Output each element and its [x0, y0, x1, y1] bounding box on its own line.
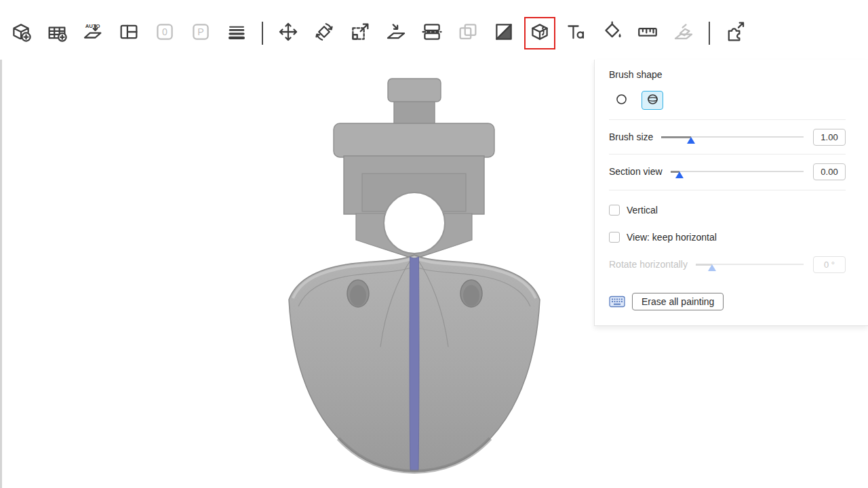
- panel-divider: [609, 154, 846, 155]
- toolbar-separator: [262, 22, 263, 45]
- support-painting-icon: [492, 20, 515, 46]
- keep-horizontal-checkbox-label: View: keep horizontal: [627, 232, 717, 243]
- slider-thumb[interactable]: [675, 171, 684, 178]
- keyboard-shortcuts-icon[interactable]: [609, 296, 625, 308]
- erase-all-painting-button[interactable]: Erase all painting: [632, 293, 724, 310]
- cut-icon: [420, 20, 443, 46]
- section-view-slider[interactable]: [671, 165, 804, 178]
- rotate-horizontally-label: Rotate horizontally: [609, 259, 688, 270]
- tool-cut-button[interactable]: [419, 20, 445, 47]
- benchy-model[interactable]: [283, 75, 548, 479]
- brush-size-label: Brush size: [609, 131, 653, 142]
- benchy-roof: [334, 123, 494, 157]
- section-view-label: Section view: [609, 166, 663, 177]
- keep-horizontal-checkbox-row: View: keep horizontal: [609, 231, 846, 243]
- brush-size-slider[interactable]: [661, 131, 804, 143]
- panel-divider: [609, 190, 846, 190]
- brush-shape-option-circle-brush[interactable]: [610, 91, 632, 110]
- tool-support-painting-button[interactable]: [491, 20, 517, 47]
- tool-split-to-objects-button: 0: [152, 20, 178, 47]
- seam-painting-panel: Brush shape Brush size 1.00 Section view…: [594, 60, 868, 326]
- split-to-parts-icon: P: [189, 20, 212, 46]
- tool-add-plate-button[interactable]: [44, 20, 70, 47]
- panel-divider: [609, 119, 846, 120]
- vertical-checkbox-row: Vertical: [609, 204, 846, 216]
- erase-row: Erase all painting: [609, 292, 846, 311]
- tool-text-button[interactable]: [563, 20, 589, 47]
- vertical-checkbox[interactable]: [609, 205, 620, 216]
- seam-painting-icon: [528, 20, 551, 46]
- tool-move-button[interactable]: [275, 20, 301, 47]
- color-painting-icon: [600, 20, 623, 46]
- top-toolbar: AUTO0P: [0, 0, 868, 60]
- svg-text:0: 0: [162, 26, 167, 37]
- split-to-objects-icon: 0: [153, 20, 176, 46]
- slider-thumb[interactable]: [687, 137, 695, 144]
- tool-arrange-button[interactable]: [116, 20, 142, 47]
- tool-scale-button[interactable]: [347, 20, 373, 47]
- rotate-horizontally-slider: [696, 258, 804, 270]
- sphere-brush-icon: [646, 92, 660, 108]
- measure-icon: [636, 20, 659, 46]
- brush-shape-row: Brush shape: [609, 69, 846, 80]
- tool-auto-orient-button[interactable]: AUTO: [80, 20, 106, 47]
- brush-size-value[interactable]: 1.00: [813, 129, 846, 146]
- add-model-icon: [9, 20, 33, 46]
- benchy-porthole-left-inner: [350, 285, 366, 306]
- add-plate-icon: [45, 20, 68, 46]
- section-view-value[interactable]: 0.00: [813, 163, 846, 180]
- tool-variable-layer-height-button[interactable]: [224, 20, 250, 47]
- svg-text:P: P: [197, 26, 203, 37]
- arrange-icon: [117, 20, 140, 46]
- brush-shape-option-sphere-brush[interactable]: [642, 91, 663, 110]
- assembly-view-icon: [724, 20, 747, 46]
- move-icon: [277, 20, 300, 46]
- benchy-chimney-cap: [388, 79, 441, 102]
- text-icon: [564, 20, 587, 46]
- brush-shape-label: Brush shape: [609, 69, 663, 80]
- slider-thumb: [708, 264, 716, 271]
- vertical-checkbox-label: Vertical: [627, 205, 658, 216]
- rotate-horizontally-value: 0 °: [813, 256, 846, 273]
- slider-track: [671, 171, 804, 172]
- tool-color-painting-button[interactable]: [599, 20, 625, 47]
- circle-brush-icon: [614, 92, 629, 108]
- rotate-icon: [313, 20, 336, 46]
- toolbar-separator: [709, 22, 710, 45]
- tool-emboss-button: [671, 20, 696, 47]
- tool-add-model-button[interactable]: [8, 20, 34, 47]
- brush-size-row: Brush size 1.00: [609, 128, 846, 146]
- tool-mesh-boolean-button: [455, 20, 481, 47]
- benchy-seam-stripe: [410, 257, 419, 470]
- lay-on-face-icon: [384, 20, 408, 46]
- tool-split-to-parts-button: P: [188, 20, 214, 47]
- variable-layer-height-icon: [225, 20, 248, 46]
- tool-seam-painting-button[interactable]: [527, 20, 553, 47]
- tool-measure-button[interactable]: [635, 20, 660, 47]
- scale-icon: [349, 20, 372, 46]
- brush-shape-options: [610, 91, 846, 110]
- section-view-row: Section view 0.00: [609, 163, 846, 180]
- rotate-horizontally-row: Rotate horizontally 0 °: [609, 256, 846, 273]
- tool-rotate-button[interactable]: [311, 20, 337, 47]
- keep-horizontal-checkbox[interactable]: [609, 232, 620, 243]
- benchy-porthole-right-inner: [463, 285, 479, 306]
- benchy-window: [384, 192, 445, 253]
- viewport-left-edge: [0, 60, 2, 488]
- emboss-icon: [672, 20, 695, 46]
- tool-assembly-view-button[interactable]: [722, 20, 748, 47]
- tool-lay-on-face-button[interactable]: [383, 20, 409, 47]
- mesh-boolean-icon: [456, 20, 479, 46]
- auto-orient-icon: AUTO: [81, 20, 104, 46]
